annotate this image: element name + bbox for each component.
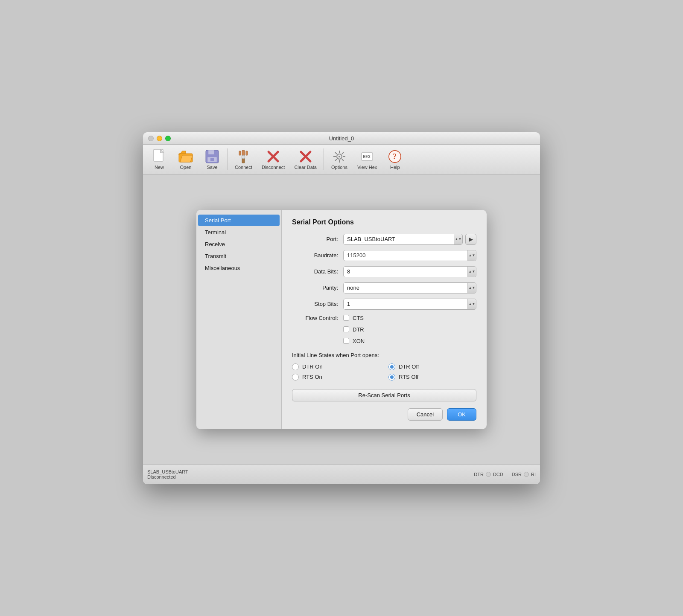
port-arrows[interactable]: ▲▼ bbox=[454, 234, 462, 244]
open-label: Open bbox=[180, 165, 192, 170]
svg-line-25 bbox=[342, 152, 344, 154]
port-row: Port: SLAB_USBtoUART ▲▼ ▶ bbox=[292, 234, 476, 245]
toolbar-separator-2 bbox=[324, 148, 324, 170]
rts-on-label: RTS On bbox=[302, 374, 322, 380]
dtr-on-row: DTR On bbox=[292, 363, 380, 370]
cts-row: CTS bbox=[343, 315, 364, 321]
dtr-checkbox[interactable] bbox=[343, 326, 349, 332]
svg-line-24 bbox=[342, 159, 344, 161]
parity-control: none ▲▼ bbox=[343, 282, 476, 293]
dtr-fc-label: DTR bbox=[353, 326, 364, 333]
data-bits-value: 8 bbox=[344, 267, 467, 277]
sidebar-item-terminal[interactable]: Terminal bbox=[198, 227, 280, 238]
dtr-off-radio[interactable] bbox=[388, 363, 395, 370]
baudrate-control: 115200 ▲▼ bbox=[343, 250, 476, 261]
sidebar-item-transmit[interactable]: Transmit bbox=[198, 250, 280, 262]
stop-bits-value: 1 bbox=[344, 299, 467, 309]
dtr-indicator: DTR DCD bbox=[474, 472, 503, 477]
flow-control-checkboxes: CTS DTR XON bbox=[343, 315, 476, 347]
rts-off-label: RTS Off bbox=[399, 374, 418, 380]
rescan-button[interactable]: Re-Scan Serial Ports bbox=[292, 389, 476, 401]
rts-off-row: RTS Off bbox=[388, 374, 476, 381]
port-label: Port: bbox=[292, 236, 343, 242]
ri-dot bbox=[524, 472, 529, 477]
options-button[interactable]: Options bbox=[327, 147, 352, 171]
status-port: SLAB_USBtoUART bbox=[147, 469, 188, 474]
view-hex-icon: HEX bbox=[359, 149, 375, 164]
help-button[interactable]: ? Help bbox=[382, 147, 408, 171]
parity-row: Parity: none ▲▼ bbox=[292, 282, 476, 293]
data-bits-select[interactable]: 8 ▲▼ bbox=[343, 266, 476, 277]
baudrate-value: 115200 bbox=[344, 250, 467, 261]
window-title: Untitled_0 bbox=[148, 135, 535, 142]
help-label: Help bbox=[390, 165, 400, 170]
dialog: Serial Port Terminal Receive Transmit Mi… bbox=[196, 210, 487, 429]
connect-label: Connect bbox=[235, 165, 252, 170]
sidebar-item-serial-port[interactable]: Serial Port bbox=[198, 215, 280, 226]
xon-checkbox[interactable] bbox=[343, 338, 349, 344]
status-right: DTR DCD DSR RI bbox=[474, 472, 536, 477]
close-button[interactable] bbox=[148, 136, 154, 141]
cancel-button[interactable]: Cancel bbox=[408, 408, 443, 421]
stop-bits-label: Stop Bits: bbox=[292, 301, 343, 307]
svg-text:HEX: HEX bbox=[363, 154, 371, 159]
port-select[interactable]: SLAB_USBtoUART ▲▼ bbox=[343, 234, 463, 245]
parity-label: Parity: bbox=[292, 285, 343, 291]
toolbar-separator-1 bbox=[228, 148, 228, 170]
xon-row: XON bbox=[343, 338, 365, 344]
dtr-on-label: DTR On bbox=[302, 363, 323, 370]
parity-arrows[interactable]: ▲▼ bbox=[467, 283, 476, 293]
rts-on-row: RTS On bbox=[292, 374, 380, 381]
sidebar: Serial Port Terminal Receive Transmit Mi… bbox=[196, 210, 282, 429]
view-hex-button[interactable]: HEX View Hex bbox=[353, 147, 381, 171]
minimize-button[interactable] bbox=[157, 136, 162, 141]
disconnect-button[interactable]: Disconnect bbox=[257, 147, 289, 171]
disconnect-label: Disconnect bbox=[262, 165, 285, 170]
cts-checkbox[interactable] bbox=[343, 315, 349, 321]
dtr-on-radio[interactable] bbox=[292, 363, 299, 370]
svg-text:?: ? bbox=[393, 152, 397, 161]
ri-indicator-label: RI bbox=[531, 472, 536, 477]
port-control: SLAB_USBtoUART ▲▼ ▶ bbox=[343, 234, 476, 245]
dcd-dot bbox=[486, 472, 491, 477]
save-button[interactable]: Save bbox=[199, 147, 225, 171]
ok-button[interactable]: OK bbox=[447, 408, 476, 421]
dialog-title: Serial Port Options bbox=[292, 218, 476, 226]
dialog-overlay: Serial Port Terminal Receive Transmit Mi… bbox=[143, 174, 540, 465]
svg-rect-11 bbox=[239, 151, 241, 155]
svg-point-10 bbox=[242, 155, 245, 159]
clear-data-label: Clear Data bbox=[294, 165, 317, 170]
baudrate-select[interactable]: 115200 ▲▼ bbox=[343, 250, 476, 261]
baudrate-label: Baudrate: bbox=[292, 252, 343, 259]
sidebar-item-miscellaneous[interactable]: Miscellaneous bbox=[198, 262, 280, 274]
svg-point-18 bbox=[339, 156, 340, 157]
maximize-button[interactable] bbox=[165, 136, 171, 141]
baudrate-arrows[interactable]: ▲▼ bbox=[467, 250, 476, 261]
rts-off-radio[interactable] bbox=[388, 374, 395, 381]
svg-line-23 bbox=[335, 152, 337, 154]
options-icon bbox=[332, 149, 347, 164]
svg-line-26 bbox=[335, 159, 337, 161]
xon-label: XON bbox=[353, 338, 365, 344]
stop-bits-arrows[interactable]: ▲▼ bbox=[467, 299, 476, 309]
dtr-off-label: DTR Off bbox=[399, 363, 419, 370]
open-button[interactable]: Open bbox=[173, 147, 198, 171]
new-button[interactable]: New bbox=[146, 147, 172, 171]
content-area: www.MacZ.com Serial Port Terminal Receiv… bbox=[143, 174, 540, 465]
stop-bits-control: 1 ▲▼ bbox=[343, 299, 476, 310]
help-icon: ? bbox=[387, 149, 403, 164]
svg-rect-12 bbox=[246, 151, 248, 155]
parity-select[interactable]: none ▲▼ bbox=[343, 282, 476, 293]
connect-button[interactable]: Connect bbox=[231, 147, 257, 171]
status-connection: Disconnected bbox=[147, 474, 188, 479]
main-window: Untitled_0 New Open bbox=[143, 132, 540, 484]
sidebar-item-receive[interactable]: Receive bbox=[198, 238, 280, 250]
status-left: SLAB_USBtoUART Disconnected bbox=[147, 469, 188, 479]
data-bits-arrows[interactable]: ▲▼ bbox=[467, 267, 476, 277]
rts-on-radio[interactable] bbox=[292, 374, 299, 381]
title-bar: Untitled_0 bbox=[143, 132, 540, 145]
clear-data-button[interactable]: Clear Data bbox=[290, 147, 321, 171]
stop-bits-select[interactable]: 1 ▲▼ bbox=[343, 299, 476, 310]
data-bits-control: 8 ▲▼ bbox=[343, 266, 476, 277]
port-arrow-btn[interactable]: ▶ bbox=[465, 234, 476, 245]
